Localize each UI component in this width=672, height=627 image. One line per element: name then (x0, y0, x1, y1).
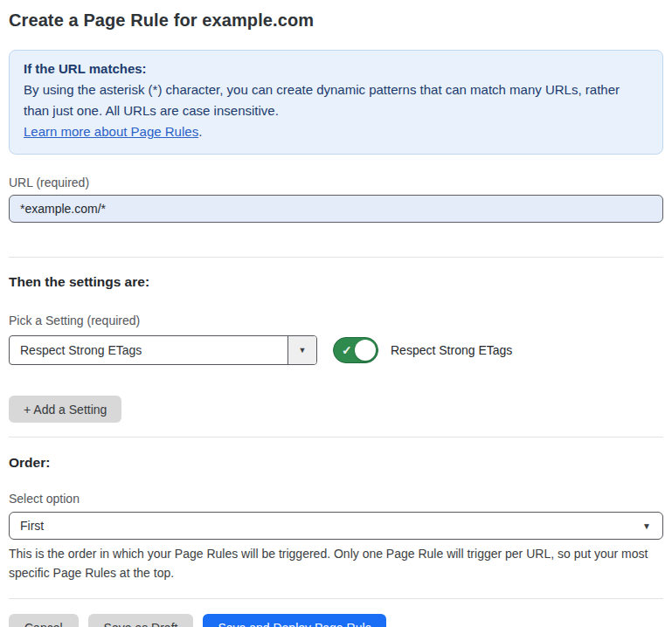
add-setting-button[interactable]: + Add a Setting (9, 396, 121, 423)
setting-row: Respect Strong ETags ▼ ✓ Respect Strong … (9, 335, 663, 365)
page-title: Create a Page Rule for example.com (9, 10, 663, 31)
order-select-label: Select option (9, 492, 663, 506)
order-select[interactable]: First ▼ (9, 512, 663, 540)
check-icon: ✓ (342, 344, 352, 356)
settings-section-heading: Then the settings are: (9, 274, 663, 290)
info-callout-heading: If the URL matches: (24, 59, 648, 79)
url-match-info-callout: If the URL matches: By using the asteris… (9, 50, 663, 155)
order-section-heading: Order: (9, 455, 663, 471)
toggle-label: Respect Strong ETags (391, 343, 512, 357)
setting-toggle[interactable]: ✓ (333, 337, 378, 363)
caret-down-icon: ▼ (299, 346, 307, 355)
info-callout-link-line: Learn more about Page Rules. (24, 121, 648, 142)
create-page-rule-form: Create a Page Rule for example.com If th… (0, 0, 672, 627)
toggle-knob (355, 340, 376, 361)
info-callout-body: By using the asterisk (*) character, you… (24, 79, 648, 121)
section-divider (9, 437, 663, 438)
order-select-value: First (10, 519, 631, 533)
dropdown-arrow-button[interactable]: ▼ (288, 336, 316, 364)
footer-actions: Cancel Save as Draft Save and Deploy Pag… (9, 614, 663, 627)
order-help-text: This is the order in which your Page Rul… (9, 544, 663, 582)
url-field-label: URL (required) (9, 176, 663, 189)
save-deploy-button[interactable]: Save and Deploy Page Rule (203, 614, 386, 627)
chevron-down-icon: ▼ (631, 521, 662, 531)
setting-dropdown-value: Respect Strong ETags (10, 336, 288, 364)
setting-dropdown[interactable]: Respect Strong ETags ▼ (9, 335, 317, 365)
url-input[interactable] (9, 195, 663, 223)
cancel-button[interactable]: Cancel (9, 614, 79, 627)
save-draft-button[interactable]: Save as Draft (88, 614, 194, 627)
pick-setting-label: Pick a Setting (required) (9, 314, 663, 327)
section-divider (9, 257, 663, 258)
footer-divider (9, 598, 663, 599)
learn-more-link[interactable]: Learn more about Page Rules (24, 124, 198, 139)
link-suffix: . (198, 124, 202, 139)
